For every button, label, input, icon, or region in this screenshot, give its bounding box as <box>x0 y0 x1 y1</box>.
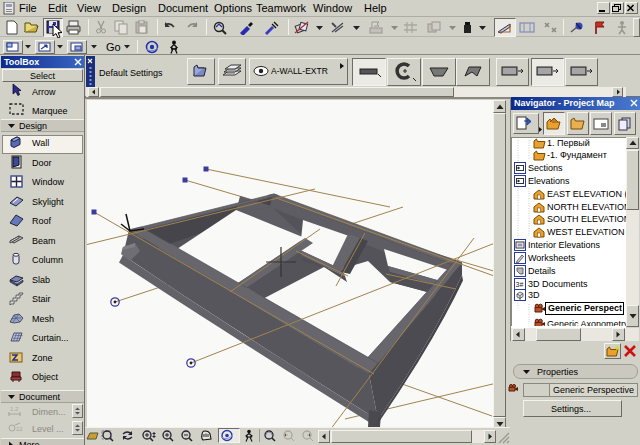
svg-text:1.2: 1.2 <box>10 406 19 412</box>
svg-text:12: 12 <box>16 426 23 432</box>
svg-text:3#: 3# <box>516 281 524 288</box>
